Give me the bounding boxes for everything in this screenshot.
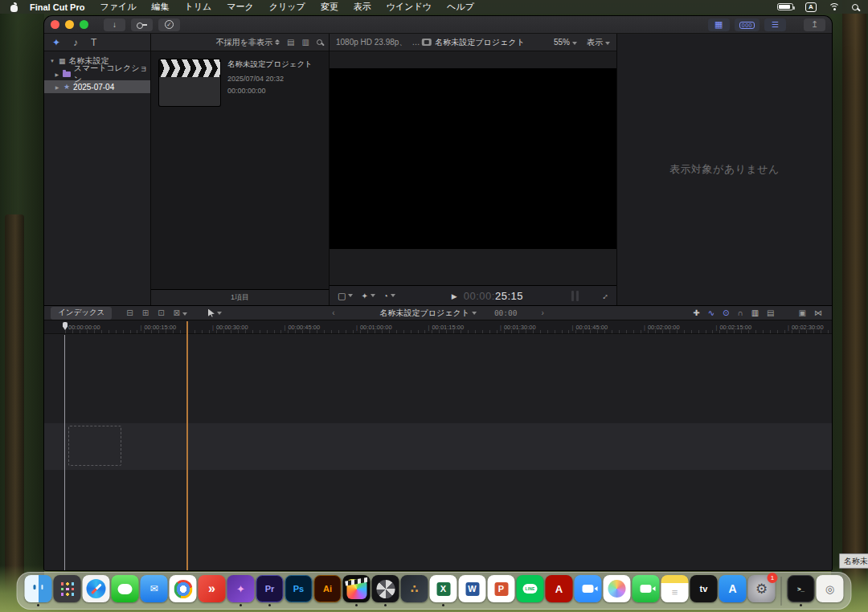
primary-storyline-lane[interactable] [44, 423, 832, 470]
menu-item-4[interactable]: マーク [227, 1, 254, 13]
dock-app-line[interactable]: LINE [517, 575, 544, 606]
connect-edit-button[interactable]: ⊟ [126, 308, 133, 317]
battery-icon[interactable] [777, 3, 793, 10]
mail-icon[interactable]: ✉ [141, 575, 168, 602]
disclosure-triangle-icon[interactable]: ▶ [54, 84, 60, 90]
dock-app-white-utility-app[interactable]: ◎ [817, 575, 844, 606]
menu-item-1[interactable]: ファイル [100, 1, 136, 13]
more-ellipsis[interactable]: … [411, 38, 420, 47]
notes-icon[interactable]: ≡ [661, 575, 689, 602]
photoshop-icon[interactable]: Ps [285, 575, 313, 602]
line-icon[interactable]: LINE [517, 575, 544, 602]
minimize-window-button[interactable] [65, 20, 74, 29]
menu-item-8[interactable]: ウインドウ [387, 1, 432, 13]
clip-thumbnail[interactable] [159, 59, 220, 106]
launchpad-icon[interactable] [54, 575, 81, 602]
dock-app-facetime[interactable] [633, 575, 660, 606]
disclosure-triangle-icon[interactable]: ▶ [54, 71, 59, 77]
dock-app-messages[interactable] [112, 575, 139, 606]
disclosure-triangle-icon[interactable]: ▼ [49, 59, 55, 63]
playhead-pin[interactable] [63, 322, 68, 330]
menu-item-5[interactable]: クリップ [269, 1, 305, 13]
transform-crop-dropdown[interactable] [338, 291, 353, 301]
browser-search-icon[interactable] [317, 39, 322, 45]
safari-icon[interactable] [83, 575, 110, 602]
davinci-icon[interactable]: ∴ [401, 575, 428, 602]
dock-app-settings[interactable]: ⚙1 [748, 575, 776, 606]
dock-app-photos[interactable] [604, 575, 631, 606]
zoom-icon[interactable] [575, 575, 602, 602]
effects-wand-dropdown[interactable] [361, 292, 375, 300]
facetime-icon[interactable] [633, 575, 660, 602]
dock-app-compressor[interactable] [372, 575, 399, 606]
affinity-icon[interactable]: ✦ [227, 575, 255, 602]
previous-project-button[interactable]: ‹ [332, 308, 334, 317]
play-button[interactable] [452, 291, 457, 300]
show-browser-button[interactable] [708, 18, 730, 31]
display-options-icon[interactable]: ▣ [799, 308, 806, 317]
excel-icon[interactable]: X [430, 575, 457, 602]
keyword-editor-button[interactable] [131, 18, 153, 31]
dock-app-word[interactable]: W [459, 575, 486, 606]
dock-app-launchpad[interactable] [54, 575, 81, 606]
solo-icon[interactable]: ⊙ [723, 308, 729, 317]
menu-item-9[interactable]: ヘルプ [447, 1, 474, 13]
dock-app-davinci[interactable]: ∴ [401, 575, 428, 606]
dock-app-red-chevron-app[interactable]: » [199, 575, 226, 606]
share-button[interactable] [804, 18, 825, 31]
terminal-icon[interactable]: >_ [788, 575, 815, 602]
illustrator-icon[interactable]: Ai [314, 575, 342, 602]
wifi-icon[interactable] [829, 3, 840, 11]
photos-icon[interactable] [604, 575, 631, 602]
index-button[interactable]: インデックス [51, 307, 112, 320]
dock-app-photoshop[interactable]: Ps [285, 575, 313, 606]
append-edit-button[interactable]: ⊡ [158, 308, 164, 317]
finder-icon[interactable] [25, 575, 52, 602]
clip-appearance-icon[interactable]: ▥ [751, 308, 759, 317]
timeline-project-dropdown[interactable]: 名称未設定プロジェクト [379, 308, 476, 319]
powerpoint-icon[interactable]: P [488, 575, 515, 602]
overwrite-edit-dropdown[interactable]: ⊠ [174, 308, 187, 317]
dock-app-finder[interactable] [25, 575, 52, 606]
chrome-icon[interactable] [170, 575, 197, 602]
menu-item-0[interactable]: Final Cut Pro [30, 2, 84, 12]
dock-app-terminal[interactable]: >_ [788, 575, 815, 606]
sidebar-item-スマートコレクション[interactable]: ▶スマートコレクション [44, 67, 150, 80]
dock-app-affinity[interactable]: ✦ [227, 575, 255, 606]
tool-select-dropdown[interactable] [208, 309, 222, 317]
window-titlebar[interactable] [44, 16, 832, 34]
filmstrip-view-icon[interactable]: ▤ [287, 38, 294, 47]
premiere-icon[interactable]: Pr [256, 575, 284, 602]
clip-filter-dropdown[interactable]: 不採用を非表示 [216, 37, 280, 48]
retime-dropdown[interactable] [383, 292, 395, 300]
messages-icon[interactable] [112, 575, 139, 602]
acrobat-icon[interactable]: A [546, 575, 573, 602]
menu-item-7[interactable]: 表示 [354, 1, 371, 13]
dock-app-final-cut-pro[interactable] [343, 575, 371, 606]
menu-item-2[interactable]: 編集 [151, 1, 169, 13]
dock-app-premiere[interactable]: Pr [256, 575, 284, 606]
list-view-icon[interactable]: ▥ [302, 38, 309, 47]
timeline-index-icon[interactable]: ▤ [767, 308, 774, 317]
fullscreen-icon[interactable] [597, 289, 610, 302]
timeline-body[interactable] [44, 335, 832, 570]
timeline-ruler[interactable]: 00:00:00:00|00:00:15:00|00:00:30:00|00:0… [44, 320, 832, 334]
dock-app-safari[interactable] [83, 575, 110, 606]
feedback-icon[interactable]: ⋈ [814, 308, 822, 317]
red-chevron-app-icon[interactable]: » [199, 575, 226, 602]
dock-app-mail[interactable]: ✉ [141, 575, 168, 606]
dock-app-powerpoint[interactable]: P [488, 575, 515, 606]
clip-dropzone-placeholder[interactable] [68, 426, 121, 466]
dock-app-acrobat[interactable]: A [546, 575, 573, 606]
final-cut-pro-icon[interactable] [343, 575, 371, 602]
background-tasks-button[interactable] [158, 18, 180, 31]
viewer-canvas[interactable] [330, 68, 616, 249]
snapping-icon[interactable]: ∩ [737, 308, 743, 317]
app-store-icon[interactable]: A [719, 575, 747, 602]
next-project-button[interactable]: › [542, 308, 544, 317]
dock-app-illustrator[interactable]: Ai [314, 575, 342, 606]
menu-item-6[interactable]: 変更 [321, 1, 338, 13]
dock-app-excel[interactable]: X [430, 575, 457, 606]
import-media-button[interactable] [104, 18, 125, 31]
audio-meters[interactable] [571, 291, 579, 301]
